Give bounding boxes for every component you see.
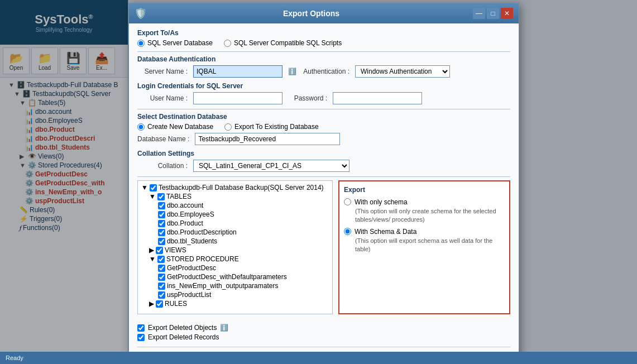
export-deleted-objects-checkbox[interactable] [137, 324, 145, 332]
sql-server-database-radio[interactable] [137, 40, 145, 47]
expand-icon: ▼ [149, 193, 156, 200]
list-item[interactable]: ins_NewEmp_with_outputparamaters [140, 281, 330, 290]
export-deleted-objects-label: Export Deleted Objects [148, 324, 217, 332]
schema-only-radio[interactable] [344, 198, 351, 205]
auth-label: Authentication : [302, 68, 349, 75]
db-auth-section: Database Authentication Server Name : ℹ️… [137, 55, 510, 78]
rules-checkbox[interactable] [156, 300, 163, 308]
main-content-area: ▼ Testbackupdb-Full Database Backup(SQL … [137, 180, 510, 314]
list-item[interactable]: ▼ TABLES [140, 192, 330, 201]
server-name-label: Server Name : [137, 68, 188, 75]
views-checkbox[interactable] [156, 247, 163, 254]
modal-title: Export Options [283, 9, 339, 18]
export-to-as-label: Export To/As [137, 29, 510, 37]
item-checkbox[interactable] [158, 220, 165, 227]
server-name-row: Server Name : ℹ️ Authentication : Window… [137, 65, 510, 78]
collation-section: Collation Settings Collation : SQL_Latin… [137, 150, 510, 172]
app-window: SysTools® Simplifying Technology 📂 Open … [0, 0, 637, 364]
bottom-options: Export Deleted Objects ℹ️ Export Deleted… [137, 319, 510, 341]
list-item[interactable]: dbo.account [140, 201, 330, 210]
stored-proc-checkbox[interactable] [157, 256, 165, 263]
window-controls: — □ ✕ [473, 8, 513, 19]
item-checkbox[interactable] [158, 211, 165, 218]
minimize-button[interactable]: — [473, 8, 485, 19]
collation-label: Collation Settings [137, 150, 510, 157]
collation-field-label: Collation : [137, 162, 188, 170]
sql-server-database-option[interactable]: SQL Server Database [137, 39, 213, 47]
list-item[interactable]: GetProductDesc [140, 264, 330, 272]
status-bar: Ready [0, 352, 637, 364]
destination-section: Select Destination Database Create New D… [137, 113, 510, 145]
list-item[interactable]: ▼ Testbackupdb-Full Database Backup(SQL … [140, 183, 330, 192]
item-checkbox[interactable] [158, 274, 165, 281]
item-checkbox[interactable] [158, 265, 165, 272]
item-checkbox[interactable] [158, 229, 165, 236]
item-checkbox[interactable] [158, 238, 165, 245]
root-checkbox[interactable] [150, 184, 157, 191]
maximize-button[interactable]: □ [487, 8, 499, 19]
db-name-input[interactable] [195, 133, 340, 145]
login-creds-section: Login Credentials for SQL Server User Na… [137, 82, 510, 104]
schema-and-data-desc: (This option will export schema as well … [355, 237, 505, 254]
schema-and-data-option[interactable]: With Schema & Data (This option will exp… [344, 228, 505, 254]
close-button[interactable]: ✕ [501, 8, 513, 19]
sql-scripts-option[interactable]: SQL Server Compatible SQL Scripts [224, 39, 342, 47]
expand-icon: ▶ [149, 300, 154, 308]
list-item[interactable]: dbo.EmployeeS [140, 210, 330, 219]
sql-scripts-radio[interactable] [224, 40, 231, 47]
export-deleted-records-row: Export Deleted Records [137, 333, 510, 341]
export-deleted-objects-row: Export Deleted Objects ℹ️ [137, 324, 510, 332]
list-item[interactable]: dbo.tbl_Students [140, 237, 330, 246]
export-format-options: SQL Server Database SQL Server Compatibl… [137, 39, 510, 47]
expand-icon: ▼ [141, 184, 148, 191]
item-checkbox[interactable] [158, 282, 165, 290]
tables-checkbox[interactable] [157, 193, 165, 200]
username-input[interactable] [193, 92, 282, 104]
credentials-row: User Name : Password : [137, 92, 510, 104]
login-creds-label: Login Credentials for SQL Server [137, 82, 510, 90]
export-deleted-objects-info-icon[interactable]: ℹ️ [220, 324, 228, 332]
item-checkbox[interactable] [158, 202, 165, 209]
list-item[interactable]: dbo.Product [140, 219, 330, 228]
db-name-label: Database Name : [137, 135, 189, 143]
list-item[interactable]: ▶ RULES [140, 299, 330, 308]
collation-select[interactable]: SQL_Latin1_General_CP1_CI_AS [193, 160, 349, 172]
server-name-input[interactable] [193, 65, 282, 78]
info-icon[interactable]: ℹ️ [288, 68, 296, 75]
export-existing-db-radio[interactable] [224, 123, 232, 131]
export-deleted-records-checkbox[interactable] [137, 334, 145, 341]
export-panel: Export With only schema (This option wil… [338, 180, 510, 314]
export-panel-title: Export [344, 186, 505, 194]
export-options-dialog: 🛡️ Export Options — □ ✕ Export To/As SQL… [128, 3, 519, 364]
list-item[interactable]: GetProductDesc_withDefaultparameters [140, 272, 330, 281]
modal-header: 🛡️ Export Options — □ ✕ [129, 3, 519, 23]
username-label: User Name : [137, 94, 188, 102]
export-deleted-records-label: Export Deleted Records [148, 333, 219, 341]
schema-and-data-radio[interactable] [344, 228, 351, 235]
modal-tree[interactable]: ▼ Testbackupdb-Full Database Backup(SQL … [137, 180, 333, 314]
schema-only-option[interactable]: With only schema (This option will only … [344, 198, 505, 224]
create-new-db-radio[interactable] [137, 123, 145, 131]
item-checkbox[interactable] [158, 291, 165, 299]
export-existing-db-option[interactable]: Export To Existing Database [224, 123, 319, 131]
list-item[interactable]: dbo.ProductDescription [140, 228, 330, 237]
password-label: Password : [288, 94, 327, 102]
collation-row: Collation : SQL_Latin1_General_CP1_CI_AS [137, 160, 510, 172]
modal-logo-icon: 🛡️ [135, 7, 147, 20]
modal-body: Export To/As SQL Server Database SQL Ser… [129, 23, 519, 364]
create-new-db-option[interactable]: Create New Database [137, 123, 213, 131]
list-item[interactable]: uspProductList [140, 290, 330, 299]
expand-icon: ▶ [149, 246, 154, 254]
list-item[interactable]: ▼ STORED PROCEDURE [140, 255, 330, 264]
expand-icon: ▼ [149, 255, 156, 263]
modal-title-area: Export Options [150, 9, 473, 18]
divider3 [137, 176, 510, 177]
list-item[interactable]: ▶ VIEWS [140, 246, 330, 255]
destination-options: Create New Database Export To Existing D… [137, 123, 510, 131]
db-name-row: Database Name : [137, 133, 510, 145]
password-input[interactable] [333, 92, 422, 104]
status-text: Ready [6, 355, 23, 361]
divider2 [137, 109, 510, 109]
export-to-as-section: Export To/As SQL Server Database SQL Ser… [137, 29, 510, 47]
authentication-select[interactable]: Windows Authentication SQL Server Authen… [355, 65, 450, 78]
